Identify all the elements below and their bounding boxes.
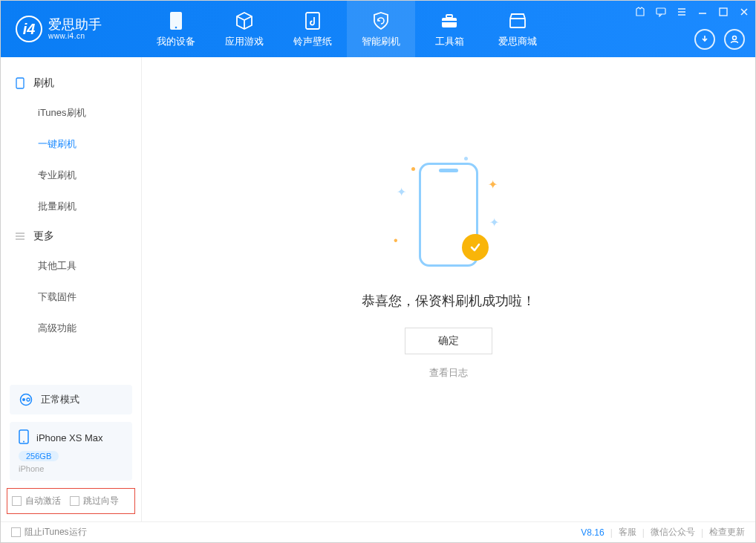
check-update-link[interactable]: 检查更新 [709,526,745,539]
tab-store[interactable]: 爱思商城 [483,1,552,57]
phone-outline-icon [14,77,26,89]
app-title: 爱思助手 [48,18,102,33]
sidebar-item-oneclick-flash[interactable]: 一键刷机 [1,129,141,160]
logo-area: i4 爱思助手 www.i4.cn [1,16,142,42]
checkbox-icon [11,527,21,537]
tab-ringtone-wallpaper[interactable]: 铃声壁纸 [278,1,347,57]
maximize-button[interactable] [717,5,730,19]
window-controls [633,5,751,19]
svg-rect-6 [510,19,525,27]
skin-icon[interactable] [633,5,647,19]
sidebar-item-download-firmware[interactable]: 下载固件 [1,282,141,313]
minimize-button[interactable] [696,5,709,19]
sidebar-section-more: 更多 [1,222,141,250]
svg-rect-8 [720,8,727,16]
toolbox-icon [440,10,459,31]
cube-icon [235,10,254,31]
device-type: iPhone [19,464,123,473]
sidebar-section-flash: 刷机 [1,69,141,97]
sidebar-item-pro-flash[interactable]: 专业刷机 [1,160,141,191]
mode-status-icon [19,392,33,407]
svg-rect-3 [442,18,457,27]
list-icon [14,230,26,242]
success-message: 恭喜您，保资料刷机成功啦！ [362,292,535,310]
auto-activate-checkbox[interactable]: 自动激活 [12,495,61,507]
header-right-actions [694,29,745,50]
mode-card[interactable]: 正常模式 [10,385,132,414]
menu-icon[interactable] [675,5,688,19]
block-itunes-checkbox[interactable]: 阻止iTunes运行 [11,526,87,539]
svg-rect-4 [446,15,452,18]
sidebar-item-advanced[interactable]: 高级功能 [1,313,141,344]
mode-label: 正常模式 [41,393,79,406]
sidebar-item-other-tools[interactable]: 其他工具 [1,250,141,282]
phone-icon [169,10,183,31]
app-subtitle: www.i4.cn [48,32,102,40]
store-icon [508,10,527,31]
device-storage-badge: 256GB [19,451,59,461]
svg-point-12 [22,398,25,401]
close-button[interactable] [737,5,751,19]
view-log-link[interactable]: 查看日志 [429,366,468,380]
music-file-icon [304,10,321,31]
svg-rect-10 [16,78,24,88]
version-label: V8.16 [581,527,604,538]
wechat-link[interactable]: 微信公众号 [651,526,695,539]
skip-guide-checkbox[interactable]: 跳过向导 [70,495,119,507]
device-phone-icon [19,429,29,446]
shield-refresh-icon [371,10,391,31]
success-illustration: ✦ ✦ • ✦ [389,155,508,274]
check-circle-icon [462,234,489,261]
sidebar: 刷机 iTunes刷机 一键刷机 专业刷机 批量刷机 更多 其他工具 下载固件 … [1,57,142,521]
svg-rect-2 [306,13,319,29]
svg-point-13 [27,398,30,401]
svg-point-1 [175,26,177,28]
header-bar: i4 爱思助手 www.i4.cn 我的设备 应用游戏 铃声壁纸 智能刷机 工具… [1,1,755,57]
tab-smart-flash[interactable]: 智能刷机 [347,1,415,57]
checkbox-icon [12,496,22,506]
ok-button[interactable]: 确定 [405,328,492,354]
highlighted-options-box: 自动激活 跳过向导 [7,488,135,514]
footer-bar: 阻止iTunes运行 V8.16 | 客服 | 微信公众号 | 检查更新 [1,521,755,542]
download-button[interactable] [694,29,715,50]
device-name: iPhone XS Max [36,432,103,443]
main-content: ✦ ✦ • ✦ 恭喜您，保资料刷机成功啦！ 确定 查看日志 [142,57,755,521]
logo-icon: i4 [16,16,42,42]
tab-my-device[interactable]: 我的设备 [142,1,210,57]
sidebar-item-itunes-flash[interactable]: iTunes刷机 [1,97,141,129]
svg-point-15 [23,441,25,443]
checkbox-icon [70,496,79,506]
sidebar-item-batch-flash[interactable]: 批量刷机 [1,191,141,222]
customer-service-link[interactable]: 客服 [619,526,636,539]
svg-rect-5 [442,21,457,22]
device-card[interactable]: iPhone XS Max 256GB iPhone [10,422,132,481]
tab-toolbox[interactable]: 工具箱 [415,1,483,57]
feedback-icon[interactable] [654,5,668,19]
svg-rect-7 [656,8,665,14]
user-button[interactable] [724,29,745,50]
svg-point-9 [733,36,737,40]
tab-apps-games[interactable]: 应用游戏 [210,1,278,57]
